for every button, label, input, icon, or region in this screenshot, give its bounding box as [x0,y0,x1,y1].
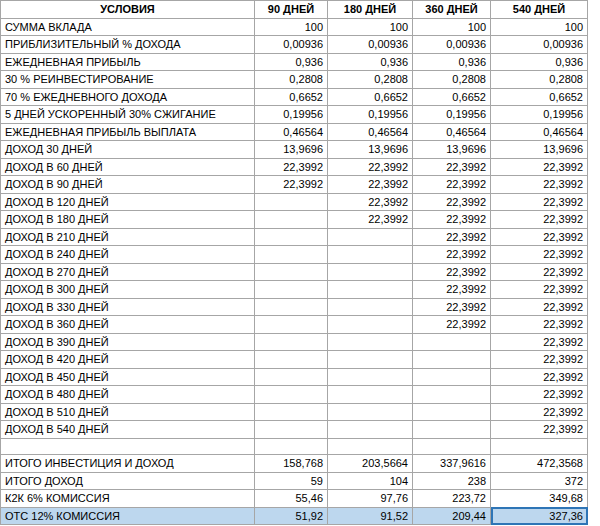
row-label-cell[interactable]: ПРИБЛИЗИТЕЛЬНЫЙ % ДОХОДА [1,36,255,54]
value-cell[interactable]: 472,3568 [491,455,588,473]
value-cell[interactable]: 0,6652 [413,88,491,106]
value-cell[interactable]: 22,3992 [491,246,588,264]
value-cell[interactable]: 22,3992 [491,421,588,439]
value-cell[interactable]: 0,46564 [413,123,491,141]
value-cell[interactable]: 0,19956 [413,106,491,124]
value-cell[interactable] [328,228,413,246]
row-label-cell[interactable]: ДОХОД В 120 ДНЕЙ [1,193,255,211]
header-cell-conditions[interactable]: УСЛОВИЯ [1,1,255,19]
value-cell[interactable]: 0,936 [491,53,588,71]
header-cell-90-days[interactable]: 90 ДНЕЙ [255,1,328,19]
value-cell[interactable]: 0,2808 [255,71,328,89]
row-label-cell[interactable]: ДОХОД В 330 ДНЕЙ [1,298,255,316]
value-cell[interactable]: 22,3992 [491,211,588,229]
value-cell[interactable] [255,263,328,281]
value-cell[interactable]: 0,19956 [491,106,588,124]
row-label-cell[interactable]: ДОХОД В 480 ДНЕЙ [1,386,255,404]
value-cell[interactable] [328,263,413,281]
header-cell-540-days[interactable]: 540 ДНЕЙ [491,1,588,19]
row-label-cell[interactable]: ДОХОД В 540 ДНЕЙ [1,421,255,439]
value-cell[interactable] [491,438,588,455]
value-cell[interactable]: 22,3992 [413,228,491,246]
value-cell[interactable]: 0,00936 [328,36,413,54]
value-cell[interactable] [328,386,413,404]
value-cell[interactable]: 22,3992 [491,351,588,369]
value-cell[interactable]: 22,3992 [413,316,491,334]
value-cell[interactable]: 22,3992 [491,263,588,281]
value-cell[interactable]: 51,92 [255,507,328,525]
value-cell[interactable] [255,211,328,229]
row-label-cell[interactable]: ДОХОД В 360 ДНЕЙ [1,316,255,334]
value-cell[interactable]: 22,3992 [328,193,413,211]
value-cell[interactable]: 100 [255,18,328,36]
row-label-cell[interactable]: ДОХОД В 420 ДНЕЙ [1,351,255,369]
value-cell[interactable]: 0,6652 [491,88,588,106]
value-cell[interactable]: 0,6652 [255,88,328,106]
row-label-cell[interactable]: ИТОГО ИНВЕСТИЦИЯ И ДОХОД [1,455,255,473]
row-label-cell[interactable]: ДОХОД 30 ДНЕЙ [1,141,255,159]
row-label-cell[interactable]: СУММА ВКЛАДА [1,18,255,36]
value-cell[interactable]: 59 [255,472,328,490]
value-cell[interactable] [328,298,413,316]
row-label-cell[interactable]: ДОХОД В 60 ДНЕЙ [1,158,255,176]
row-label-cell[interactable]: ДОХОД В 450 ДНЕЙ [1,368,255,386]
value-cell[interactable] [255,386,328,404]
value-cell[interactable] [328,316,413,334]
value-cell[interactable] [328,403,413,421]
value-cell[interactable]: 0,6652 [328,88,413,106]
value-cell[interactable] [328,246,413,264]
value-cell[interactable]: 327,36 [491,507,588,525]
value-cell[interactable]: 0,19956 [328,106,413,124]
value-cell[interactable] [413,403,491,421]
value-cell[interactable]: 100 [413,18,491,36]
value-cell[interactable] [255,298,328,316]
value-cell[interactable] [328,421,413,439]
value-cell[interactable]: 22,3992 [413,176,491,194]
value-cell[interactable]: 0,46564 [328,123,413,141]
value-cell[interactable] [328,438,413,455]
value-cell[interactable]: 22,3992 [413,158,491,176]
row-label-cell[interactable]: ЕЖЕДНЕВНАЯ ПРИБЫЛЬ ВЫПЛАТА [1,123,255,141]
value-cell[interactable] [413,351,491,369]
value-cell[interactable] [413,368,491,386]
header-cell-360-days[interactable]: 360 ДНЕЙ [413,1,491,19]
value-cell[interactable]: 238 [413,472,491,490]
value-cell[interactable] [413,421,491,439]
value-cell[interactable]: 100 [491,18,588,36]
value-cell[interactable]: 0,19956 [255,106,328,124]
row-label-cell[interactable]: ДОХОД В 390 ДНЕЙ [1,333,255,351]
value-cell[interactable]: 158,768 [255,455,328,473]
value-cell[interactable] [328,351,413,369]
value-cell[interactable]: 372 [491,472,588,490]
value-cell[interactable]: 0,00936 [255,36,328,54]
value-cell[interactable]: 13,9696 [255,141,328,159]
value-cell[interactable]: 22,3992 [255,176,328,194]
value-cell[interactable]: 55,46 [255,490,328,508]
value-cell[interactable]: 0,2808 [413,71,491,89]
row-label-cell[interactable]: ДОХОД В 270 ДНЕЙ [1,263,255,281]
value-cell[interactable] [255,228,328,246]
value-cell[interactable] [255,421,328,439]
value-cell[interactable]: 22,3992 [413,246,491,264]
value-cell[interactable]: 0,46564 [491,123,588,141]
row-label-cell[interactable]: 30 % РЕИНВЕСТИРОВАНИЕ [1,71,255,89]
value-cell[interactable]: 223,72 [413,490,491,508]
row-label-cell[interactable]: 70 % ЕЖЕДНЕВНОГО ДОХОДА [1,88,255,106]
value-cell[interactable] [255,246,328,264]
value-cell[interactable]: 0,46564 [255,123,328,141]
value-cell[interactable]: 22,3992 [491,403,588,421]
row-label-cell[interactable]: ОТС 12% КОМИССИЯ [1,507,255,525]
row-label-cell[interactable]: К2К 6% КОМИССИЯ [1,490,255,508]
row-label-cell[interactable]: ДОХОД В 240 ДНЕЙ [1,246,255,264]
value-cell[interactable]: 13,9696 [491,141,588,159]
value-cell[interactable]: 22,3992 [413,193,491,211]
value-cell[interactable]: 97,76 [328,490,413,508]
value-cell[interactable]: 209,44 [413,507,491,525]
row-label-cell[interactable]: ЕЖЕДНЕВНАЯ ПРИБЫЛЬ [1,53,255,71]
value-cell[interactable] [255,316,328,334]
row-label-cell[interactable]: ДОХОД В 90 ДНЕЙ [1,176,255,194]
row-label-cell[interactable]: 5 ДНЕЙ УСКОРЕННЫЙ 30% СЖИГАНИЕ [1,106,255,124]
value-cell[interactable]: 0,00936 [413,36,491,54]
value-cell[interactable]: 22,3992 [413,281,491,299]
value-cell[interactable]: 22,3992 [328,211,413,229]
